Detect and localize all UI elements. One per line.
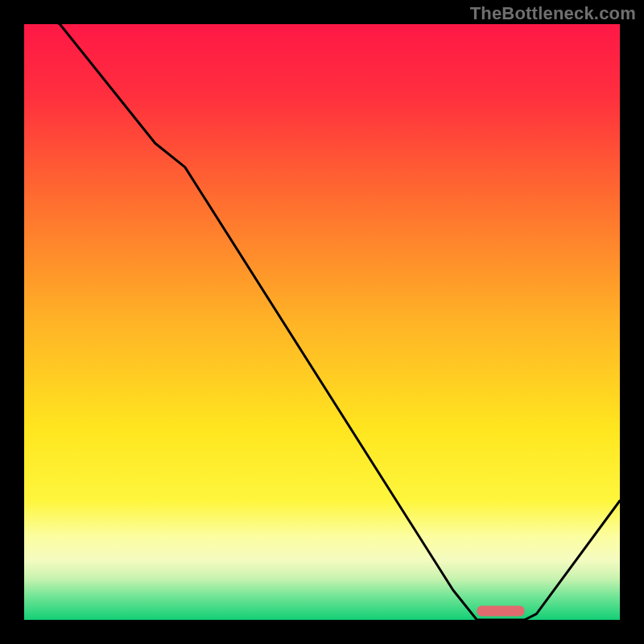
optimal-range-marker xyxy=(477,605,524,616)
chart-frame: TheBottleneck.com xyxy=(0,0,644,644)
watermark-label: TheBottleneck.com xyxy=(470,3,636,24)
gradient-background xyxy=(24,24,620,620)
chart-plot-area xyxy=(24,24,620,620)
chart-svg xyxy=(24,24,620,620)
